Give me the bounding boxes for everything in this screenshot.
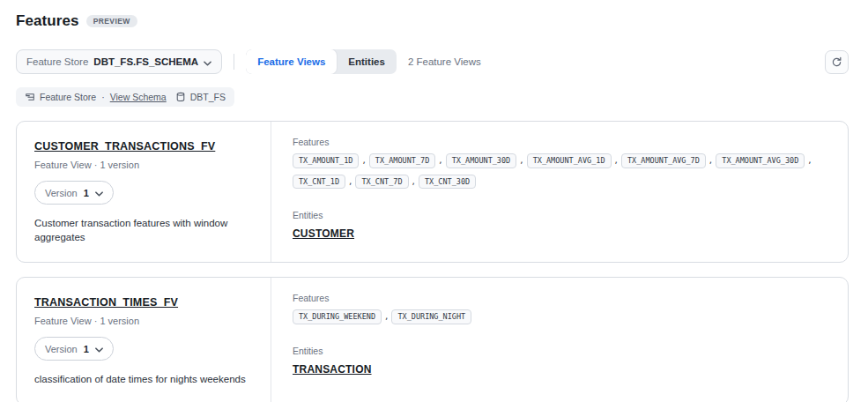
feature-view-card: CUSTOMER_TRANSACTIONS_FV Feature View · … xyxy=(16,121,849,263)
breadcrumb-row: Feature Store · View Schema DBT_FS xyxy=(16,87,849,107)
chip-separator: , xyxy=(361,156,366,165)
version-selector[interactable]: Version 1 xyxy=(34,337,114,361)
card-detail: Features TX_AMOUNT_1D,TX_AMOUNT_7D,TX_AM… xyxy=(271,122,848,262)
toolbar: Feature Store DBT_FS.FS_SCHEMA Feature V… xyxy=(16,49,849,74)
chevron-down-icon xyxy=(95,342,103,355)
feature-chip: TX_AMOUNT_30D xyxy=(446,153,517,168)
chip-separator: , xyxy=(807,156,812,165)
entities-label: Entities xyxy=(293,210,830,220)
feature-store-selector[interactable]: Feature Store DBT_FS.FS_SCHEMA xyxy=(16,49,222,74)
page-header: Features PREVIEW xyxy=(16,12,849,30)
features-page: Features PREVIEW Feature Store DBT_FS.FS… xyxy=(0,0,868,402)
feature-chip: TX_DURING_WEEKEND xyxy=(293,309,382,324)
feature-chip: TX_CNT_1D xyxy=(293,175,345,190)
feature-view-title-link[interactable]: TRANSACTION_TIMES_FV xyxy=(34,296,178,309)
feature-chip: TX_CNT_7D xyxy=(355,175,408,190)
entity-link[interactable]: CUSTOMER xyxy=(293,227,354,240)
chevron-down-icon xyxy=(204,54,211,70)
feature-view-list: CUSTOMER_TRANSACTIONS_FV Feature View · … xyxy=(16,121,849,402)
view-tabs: Feature Views Entities xyxy=(246,49,397,74)
version-label: Version xyxy=(45,344,78,354)
feature-view-subtitle: Feature View · 1 version xyxy=(34,160,253,170)
toolbar-divider xyxy=(234,54,234,70)
chip-separator: , xyxy=(438,156,442,165)
feature-chip: TX_AMOUNT_AVG_7D xyxy=(621,153,706,168)
entity-link[interactable]: TRANSACTION xyxy=(293,363,372,376)
chevron-down-icon xyxy=(95,186,103,199)
card-summary: TRANSACTION_TIMES_FV Feature View · 1 ve… xyxy=(17,278,271,402)
refresh-icon xyxy=(831,56,842,68)
feature-chip: TX_AMOUNT_AVG_1D xyxy=(527,153,612,168)
tab-entities[interactable]: Entities xyxy=(337,49,397,74)
feature-views-count: 2 Feature Views xyxy=(408,56,481,67)
feature-chip: TX_AMOUNT_AVG_30D xyxy=(716,153,805,168)
breadcrumb-database: DBT_FS xyxy=(190,92,226,102)
view-schema-link[interactable]: View Schema xyxy=(110,92,167,102)
page-title: Features xyxy=(16,12,79,30)
version-value: 1 xyxy=(84,344,89,354)
chip-separator: , xyxy=(614,156,619,165)
feature-chip: TX_DURING_NIGHT xyxy=(391,309,471,324)
refresh-button[interactable] xyxy=(825,50,849,74)
feature-chip-list: TX_AMOUNT_1D,TX_AMOUNT_7D,TX_AMOUNT_30D,… xyxy=(293,153,830,189)
tab-feature-views[interactable]: Feature Views xyxy=(246,49,337,74)
chip-separator: , xyxy=(519,156,523,165)
version-value: 1 xyxy=(84,188,89,198)
version-label: Version xyxy=(45,188,78,198)
feature-chip: TX_AMOUNT_1D xyxy=(293,153,359,168)
feature-chip: TX_CNT_30D xyxy=(419,175,476,190)
chip-separator: , xyxy=(708,156,713,165)
feature-view-subtitle: Feature View · 1 version xyxy=(34,316,253,326)
chip-separator: , xyxy=(412,177,416,186)
chip-separator: , xyxy=(348,177,352,186)
breadcrumb: Feature Store · View Schema DBT_FS xyxy=(16,87,234,107)
entities-label: Entities xyxy=(293,346,830,356)
preview-badge: PREVIEW xyxy=(86,15,137,27)
features-label: Features xyxy=(293,137,830,147)
feature-store-icon xyxy=(25,92,35,102)
database-icon xyxy=(175,92,186,102)
feature-chip: TX_AMOUNT_7D xyxy=(369,153,435,168)
breadcrumb-prefix: Feature Store xyxy=(40,92,96,102)
breadcrumb-separator: · xyxy=(101,92,105,102)
card-detail: Features TX_DURING_WEEKEND,TX_DURING_NIG… xyxy=(271,278,848,402)
card-summary: CUSTOMER_TRANSACTIONS_FV Feature View · … xyxy=(17,122,271,262)
feature-view-card: TRANSACTION_TIMES_FV Feature View · 1 ve… xyxy=(16,277,849,402)
feature-chip-list: TX_DURING_WEEKEND,TX_DURING_NIGHT xyxy=(293,309,830,324)
chip-separator: , xyxy=(384,312,389,321)
feature-view-title-link[interactable]: CUSTOMER_TRANSACTIONS_FV xyxy=(34,140,215,153)
features-label: Features xyxy=(293,293,830,303)
feature-store-label: Feature Store xyxy=(26,56,88,67)
feature-view-description: classification of date times for nights … xyxy=(34,373,253,387)
version-selector[interactable]: Version 1 xyxy=(34,181,114,205)
feature-view-description: Customer transaction features with windo… xyxy=(34,217,253,244)
feature-store-value: DBT_FS.FS_SCHEMA xyxy=(93,56,198,67)
